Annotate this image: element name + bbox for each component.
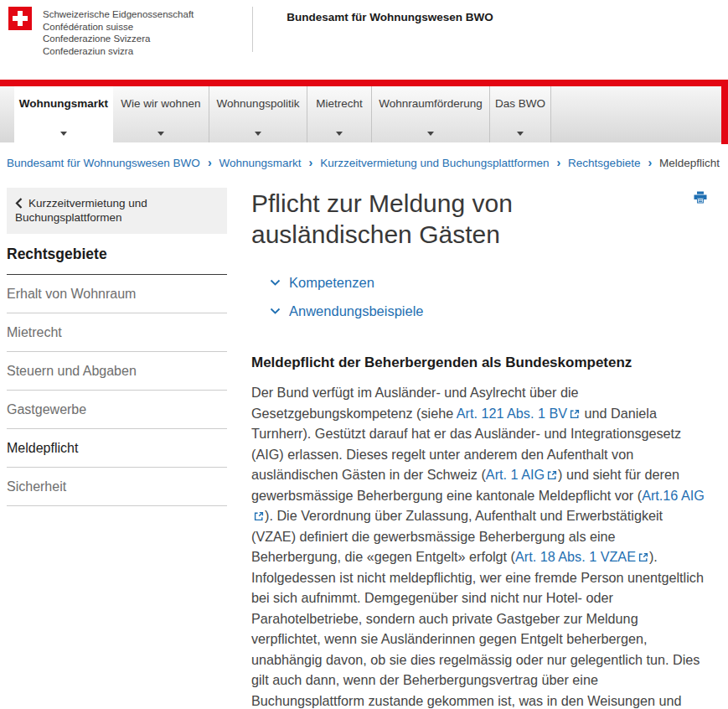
back-link-label: Kurzzeitvermietung und Buchungsplattform… <box>15 197 147 224</box>
external-link-icon <box>254 505 264 526</box>
sidebar-section-title: Rechtsgebiete <box>7 246 227 275</box>
accordion-anwendungsbeispiele[interactable]: Anwendungsbeispiele <box>270 303 717 319</box>
tab-wohnungsmarkt[interactable]: Wohnungsmarkt <box>14 86 113 149</box>
red-top-bar <box>0 80 728 86</box>
chevron-down-icon <box>427 132 434 136</box>
chevron-left-icon <box>15 198 23 209</box>
tab-label: Wohnraumförderung <box>372 86 489 110</box>
page-title: Pflicht zur Meldung von ausländischen Gä… <box>251 188 645 250</box>
red-edge-strip <box>721 86 728 144</box>
tab-label: Wohnungsmarkt <box>14 86 113 110</box>
external-link-icon <box>547 464 557 485</box>
inline-link[interactable]: Art. 121 Abs. 1 BV <box>457 406 567 421</box>
accordion-label: Anwendungsbeispiele <box>289 303 424 319</box>
chevron-down-icon <box>336 132 343 136</box>
breadcrumb-separator-icon: › <box>648 156 652 169</box>
tab-das-bwo[interactable]: Das BWO <box>489 86 550 142</box>
confederation-logo-text: Schweizerische Eidgenossenschaft Confédé… <box>43 7 194 57</box>
site-title: Bundesamt für Wohnungswesen BWO <box>287 7 493 57</box>
chevron-down-icon <box>157 132 164 136</box>
tab-label: Mietrecht <box>307 86 371 110</box>
tab-mietrecht[interactable]: Mietrecht <box>307 86 371 142</box>
header-divider <box>252 7 253 52</box>
inline-link[interactable]: Art. 18 Abs. 1 VZAE <box>515 549 636 564</box>
chevron-down-icon <box>255 132 261 136</box>
site-header: Schweizerische Eidgenossenschaft Confédé… <box>0 0 728 80</box>
body-paragraph: Der Bund verfügt im Ausländer- und Asylr… <box>251 382 708 709</box>
tab-wie-wir-wohnen[interactable]: Wie wir wohnen <box>113 86 209 142</box>
breadcrumb-link[interactable]: Rechtsgebiete <box>568 157 640 169</box>
breadcrumb-link[interactable]: Bundesamt für Wohnungswesen BWO <box>7 157 200 169</box>
breadcrumb-separator-icon: › <box>309 156 313 169</box>
sidebar-item-mietrecht[interactable]: Mietrecht <box>7 313 227 352</box>
breadcrumb-separator-icon: › <box>556 156 560 169</box>
section-heading: Meldepflicht der Beherbergenden als Bund… <box>251 354 717 371</box>
logo-line: Confédération suisse <box>43 21 194 34</box>
chevron-down-icon <box>270 279 281 287</box>
sidebar-item-sicherheit[interactable]: Sicherheit <box>7 468 227 506</box>
main-content: Pflicht zur Meldung von ausländischen Gä… <box>251 188 717 709</box>
logo-line: Confederazione Svizzera <box>43 33 194 45</box>
sidebar-item-meldepflicht[interactable]: Meldepflicht <box>7 429 227 468</box>
swiss-flag-icon <box>8 7 32 30</box>
main-navigation: Wohnungsmarkt Wie wir wohnen Wohnungspol… <box>0 80 728 142</box>
breadcrumb-link[interactable]: Wohnungsmarkt <box>219 157 302 169</box>
breadcrumb-separator-icon: › <box>208 156 212 169</box>
tab-wohnraumfoerderung[interactable]: Wohnraumförderung <box>371 86 489 142</box>
tab-label: Wohnungspolitik <box>209 86 307 110</box>
accordion-label: Kompetenzen <box>289 275 374 291</box>
logo-line: Schweizerische Eidgenossenschaft <box>43 8 194 21</box>
chevron-down-icon <box>60 132 67 136</box>
breadcrumb-link[interactable]: Kurzzeitvermietung und Buchungsplattform… <box>320 157 549 169</box>
sidebar: Kurzzeitvermietung und Buchungsplattform… <box>7 188 227 709</box>
print-button[interactable] <box>694 191 707 207</box>
tab-label: Wie wir wohnen <box>113 86 209 110</box>
inline-link[interactable]: Art.16 AIG <box>642 488 705 503</box>
chevron-down-icon <box>517 132 524 136</box>
inline-link[interactable]: Art. 1 AIG <box>486 467 545 482</box>
sidebar-item-steuern-und-abgaben[interactable]: Steuern und Abgaben <box>7 352 227 391</box>
printer-icon <box>694 191 707 204</box>
breadcrumb-current: Meldepflicht <box>659 157 720 169</box>
sidebar-item-erhalt-von-wohnraum[interactable]: Erhalt von Wohnraum <box>7 275 227 313</box>
sidebar-item-gastgewerbe[interactable]: Gastgewerbe <box>7 391 227 429</box>
external-link-icon <box>570 403 580 424</box>
logo-line: Confederaziun svizra <box>43 45 194 58</box>
sidebar-back-link[interactable]: Kurzzeitvermietung und Buchungsplattform… <box>7 188 227 234</box>
accordion-kompetenzen[interactable]: Kompetenzen <box>270 275 717 291</box>
breadcrumb: Bundesamt für Wohnungswesen BWO›Wohnungs… <box>7 156 728 169</box>
chevron-down-icon <box>270 308 281 315</box>
nav-filler <box>550 86 728 142</box>
external-link-icon <box>638 546 648 567</box>
tab-label: Das BWO <box>490 86 550 110</box>
tab-wohnungspolitik[interactable]: Wohnungspolitik <box>209 86 307 142</box>
nav-left-spacer <box>0 86 14 142</box>
